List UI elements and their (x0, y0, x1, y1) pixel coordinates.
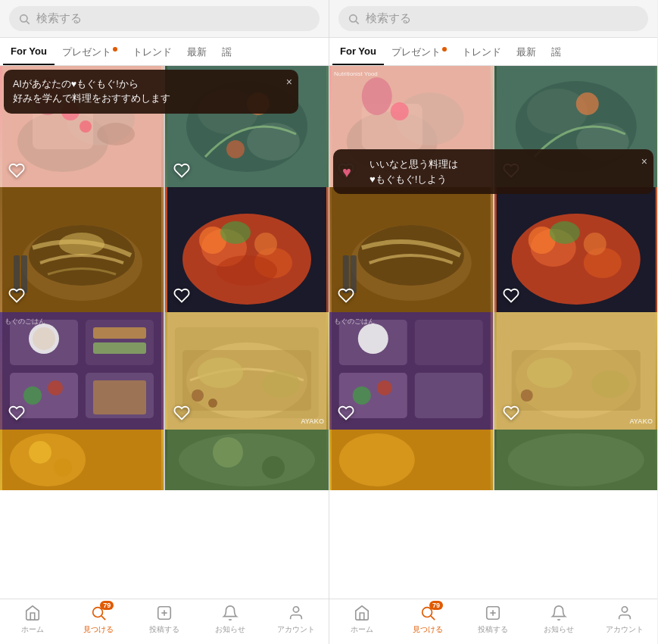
nav-notify-1[interactable]: お知らせ (197, 604, 263, 635)
food-item-3-p2[interactable] (329, 187, 493, 312)
svg-point-29 (220, 221, 251, 244)
heart-btn-1[interactable] (6, 160, 27, 181)
svg-point-13 (247, 123, 300, 161)
home-icon-1 (23, 604, 42, 622)
svg-point-46 (198, 358, 243, 388)
tab-dot-2 (442, 47, 447, 52)
bottom-nav-2: ホーム 79 見つける 投稿する お知らせ アカウント (329, 599, 657, 644)
user-icon-2 (616, 604, 634, 622)
tab-trend-2[interactable]: トレンド (454, 38, 509, 65)
food-grid-wrapper-2: Nutritionist Yood (329, 66, 657, 490)
heart-btn-5-p2[interactable] (335, 402, 357, 424)
food-item-4-p2[interactable] (494, 187, 658, 312)
tab-new-2[interactable]: 最新 (509, 38, 544, 65)
food-item-7-p2[interactable] (329, 430, 493, 490)
search-placeholder-1[interactable]: 検索する (36, 11, 82, 26)
nav-post-label-1: 投稿する (149, 624, 179, 635)
content-area-1: AIがあなたの♥もぐもぐ!から 好みを学んで料理をおすすめします × (0, 66, 329, 599)
svg-line-59 (101, 616, 105, 620)
nav-search-label-2: 見つける (413, 624, 443, 635)
nav-account-2[interactable]: アカウント (591, 604, 657, 635)
svg-point-28 (217, 255, 277, 286)
svg-point-71 (391, 102, 409, 120)
nav-search-2[interactable]: 79 見つける (395, 604, 461, 635)
nav-search-1[interactable]: 79 見つける (66, 604, 132, 635)
svg-point-15 (226, 140, 245, 158)
svg-point-96 (377, 380, 392, 395)
search-placeholder-2[interactable]: 検索する (366, 11, 411, 26)
svg-point-0 (20, 14, 27, 21)
phone-1: 検索する For You プレゼント トレンド 最新 謡 AIがあなたの♥もぐも… (0, 0, 329, 644)
post-icon-1 (155, 604, 173, 622)
tooltip-close-2[interactable]: × (641, 154, 647, 170)
tab-trend-1[interactable]: トレンド (125, 38, 179, 65)
nav-notify-2[interactable]: お知らせ (526, 604, 592, 635)
food-item-3[interactable] (0, 187, 164, 312)
nav-home-label-1: ホーム (21, 624, 44, 635)
svg-point-100 (526, 358, 572, 388)
tab-for-you-2[interactable]: For You (332, 38, 384, 65)
svg-point-112 (622, 607, 627, 612)
nav-post-2[interactable]: 投稿する (460, 604, 526, 635)
svg-point-55 (179, 433, 315, 486)
search-bar-1: 検索する (0, 0, 329, 38)
svg-point-70 (362, 77, 392, 115)
tab-present-2[interactable]: プレゼント (384, 38, 454, 65)
heart-btn-3[interactable] (6, 285, 27, 306)
svg-point-48 (192, 389, 204, 402)
search-icon (18, 13, 30, 25)
nav-home-2[interactable]: ホーム (329, 604, 395, 635)
food-row-3-p2: もぐのごはん AYAKO (329, 312, 657, 430)
svg-point-87 (583, 233, 606, 255)
tab-new-1[interactable]: 最新 (179, 38, 214, 65)
nutri-label-p2: Nutritionist Yood (334, 70, 378, 77)
nav-post-label-2: 投稿する (478, 624, 508, 635)
food-grid-wrapper-1: AIがあなたの♥もぐもぐ!から 好みを学んで料理をおすすめします × (0, 66, 329, 490)
heart-btn-5[interactable] (6, 402, 27, 424)
heart-btn-3-p2[interactable] (335, 285, 357, 306)
tab-for-you-1[interactable]: For You (3, 38, 55, 65)
food-item-5-p2[interactable]: もぐのごはん (329, 312, 493, 430)
svg-rect-37 (93, 327, 146, 339)
search-badge-1: 79 (100, 601, 114, 610)
tooltip-close-1[interactable]: × (286, 74, 292, 90)
tab-present-1[interactable]: プレゼント (55, 38, 125, 65)
bottom-nav-1: ホーム 79 見つける 投稿する お知らせ アカウント (0, 599, 329, 644)
svg-rect-93 (415, 373, 483, 418)
svg-point-7 (97, 123, 135, 145)
heart-btn-2[interactable] (171, 160, 192, 181)
nav-home-1[interactable]: ホーム (0, 604, 66, 635)
food-item-6[interactable]: AYAKO (165, 312, 329, 430)
food-item-8-p2[interactable] (494, 430, 658, 490)
tooltip-heart-icon: ♥ (342, 161, 351, 183)
svg-point-64 (350, 14, 357, 21)
search-badge-2: 79 (429, 601, 443, 610)
svg-point-102 (520, 389, 532, 402)
svg-line-1 (27, 21, 30, 24)
svg-point-47 (262, 370, 300, 398)
heart-btn-4[interactable] (171, 285, 192, 306)
food-item-5[interactable]: もぐのごはん (0, 312, 164, 430)
bell-icon-1 (221, 604, 239, 622)
user-icon-1 (287, 604, 305, 622)
svg-point-104 (339, 433, 415, 486)
food-row-4 (0, 430, 329, 490)
nav-post-1[interactable]: 投稿する (132, 604, 198, 635)
heart-btn-6[interactable] (171, 402, 192, 424)
svg-line-108 (431, 616, 435, 620)
heart-btn-4-p2[interactable] (501, 285, 522, 306)
tab-last-2[interactable]: 謡 (544, 38, 569, 65)
heart-btn-6-p2[interactable] (501, 402, 522, 424)
nav-search-label-1: 見つける (83, 624, 114, 635)
tab-last-1[interactable]: 謡 (214, 38, 239, 65)
search-bar-2: 検索する (329, 0, 657, 38)
food-item-8[interactable] (165, 430, 329, 490)
tooltip-text-1: AIがあなたの♥もぐもぐ!から 好みを学んで料理をおすすめします (13, 79, 170, 104)
food-item-4[interactable] (165, 187, 329, 312)
watermark-5-p2: もぐのごはん (334, 317, 375, 327)
food-item-7[interactable] (0, 430, 164, 490)
content-area-2: Nutritionist Yood (329, 66, 657, 599)
food-item-6-p2[interactable]: AYAKO (494, 312, 658, 430)
svg-point-36 (33, 327, 55, 350)
nav-account-1[interactable]: アカウント (263, 604, 329, 635)
